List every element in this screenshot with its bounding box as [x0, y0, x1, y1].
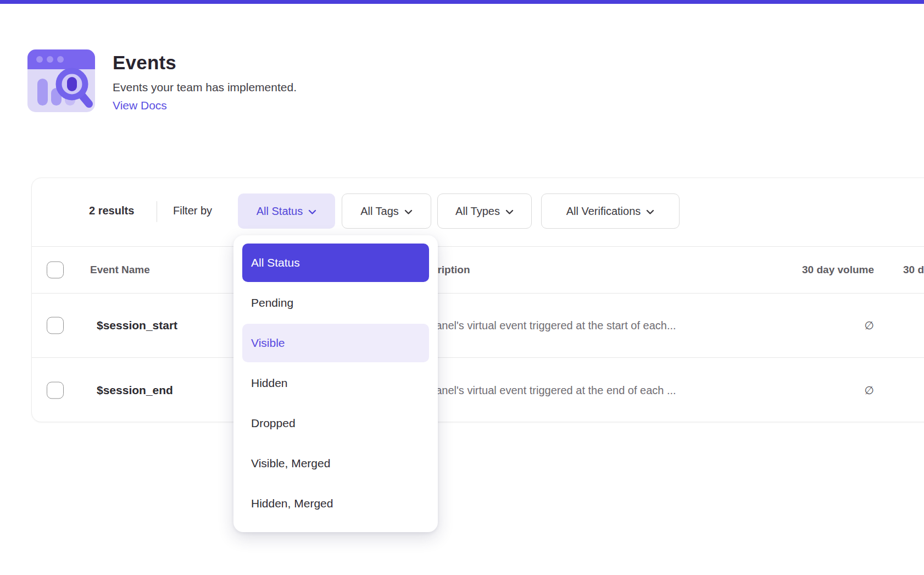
row-checkbox[interactable]	[47, 317, 64, 334]
filter-all-tags-button[interactable]: All Tags	[342, 193, 431, 229]
chevron-down-icon	[308, 205, 316, 218]
column-header-truncated[interactable]: 30 d	[903, 264, 924, 276]
table-header-row: Event Name Description 30 day volume 30 …	[32, 246, 924, 294]
table-row: $session_end Mixpanel's virtual event tr…	[32, 358, 924, 422]
dropdown-option-hidden-merged[interactable]: Hidden, Merged	[242, 484, 429, 523]
page-title: Events	[113, 52, 297, 74]
dropdown-option-hidden[interactable]: Hidden	[242, 364, 429, 402]
dropdown-option-dropped[interactable]: Dropped	[242, 404, 429, 443]
filter-all-status-label: All Status	[257, 205, 303, 218]
event-name-cell[interactable]: $session_start	[97, 319, 177, 332]
dropdown-option-all-status[interactable]: All Status	[242, 244, 429, 282]
view-docs-link[interactable]: View Docs	[113, 99, 297, 112]
filter-all-verifications-button[interactable]: All Verifications	[541, 193, 680, 229]
status-filter-dropdown-menu: All Status Pending Visible Hidden Droppe…	[233, 235, 438, 532]
filter-all-tags-label: All Tags	[360, 205, 399, 218]
top-accent-bar	[0, 0, 924, 4]
filter-by-label: Filter by	[173, 204, 212, 217]
results-count: 2 results	[89, 204, 134, 217]
event-name-cell[interactable]: $session_end	[97, 384, 173, 397]
row-checkbox[interactable]	[47, 382, 64, 399]
events-lexicon-icon	[27, 49, 95, 112]
filter-all-verifications-label: All Verifications	[566, 205, 641, 218]
page-header-text: Events Events your team has implemented.…	[113, 49, 297, 112]
chevron-down-icon	[404, 205, 413, 218]
event-30-day-volume-cell: ∅	[764, 384, 874, 397]
dropdown-option-visible-merged[interactable]: Visible, Merged	[242, 444, 429, 483]
filter-all-status-button[interactable]: All Status	[238, 193, 335, 229]
column-header-event-name[interactable]: Event Name	[90, 264, 150, 276]
event-description-cell: Mixpanel's virtual event triggered at th…	[413, 319, 676, 332]
event-description-cell: Mixpanel's virtual event triggered at th…	[413, 384, 676, 396]
chevron-down-icon	[505, 205, 514, 218]
dropdown-option-visible[interactable]: Visible	[242, 324, 429, 362]
page-header: Events Events your team has implemented.…	[27, 49, 297, 112]
chevron-down-icon	[646, 205, 654, 218]
page-subtitle: Events your team has implemented.	[113, 81, 297, 94]
toolbar-divider	[157, 201, 157, 222]
select-all-checkbox[interactable]	[47, 262, 64, 279]
event-30-day-volume-cell: ∅	[764, 319, 874, 332]
filter-all-types-button[interactable]: All Types	[437, 193, 532, 229]
dropdown-option-pending[interactable]: Pending	[242, 284, 429, 322]
events-page: Events Events your team has implemented.…	[0, 0, 924, 575]
events-table-card: 2 results Filter by All Status All Tags …	[31, 178, 924, 422]
table-row: $session_start Mixpanel's virtual event …	[32, 294, 924, 358]
column-header-30-day-volume[interactable]: 30 day volume	[737, 264, 874, 276]
filter-toolbar: 2 results Filter by All Status All Tags …	[32, 178, 924, 246]
filter-all-types-label: All Types	[455, 205, 500, 218]
